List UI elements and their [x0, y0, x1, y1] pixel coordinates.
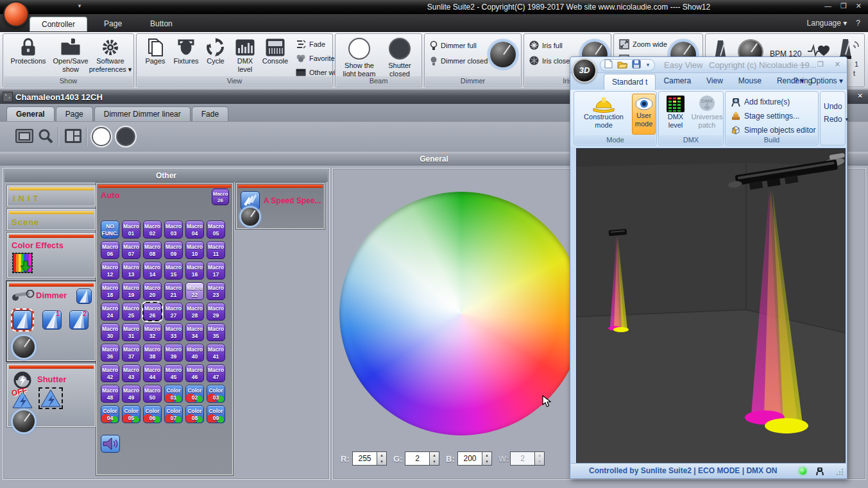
dimmer-preset-2[interactable]: 2: [69, 310, 89, 330]
easy-view-tab[interactable]: Mouse: [731, 73, 769, 90]
color-effect-icon[interactable]: [13, 253, 32, 273]
shutter-on-button[interactable]: [40, 389, 62, 408]
console-button[interactable]: Console: [259, 38, 292, 65]
macro-cell[interactable]: Macro26: [143, 303, 162, 321]
macro-cell[interactable]: Color03: [207, 385, 225, 403]
macro-cell[interactable]: Macro30: [101, 323, 119, 341]
macro-cell[interactable]: Macro44: [143, 364, 162, 382]
dmx-level-button[interactable]: DMX level: [230, 38, 260, 73]
macro-cell[interactable]: Macro50: [143, 385, 162, 403]
software-preferences-button[interactable]: Software preferences ▾: [88, 38, 133, 73]
minimize-button[interactable]: —: [824, 2, 831, 10]
maximize-button[interactable]: ❐: [840, 2, 847, 10]
macro-cell[interactable]: Macro19: [122, 282, 140, 300]
help-button[interactable]: ?: [856, 19, 860, 28]
macro-cell[interactable]: Macro49: [122, 385, 140, 403]
macro-cell[interactable]: NOFUNC.: [101, 221, 119, 239]
window-mode-icon[interactable]: [15, 128, 33, 147]
macro-cell[interactable]: Color08: [185, 405, 204, 423]
search-icon[interactable]: [37, 128, 54, 147]
easy-view-options-menu[interactable]: Options ▾: [810, 76, 843, 85]
macro-cell[interactable]: Macro35: [207, 323, 225, 341]
redo-button[interactable]: Redo ▾: [824, 115, 848, 124]
easy-view-tab[interactable]: Camera: [656, 73, 699, 90]
macro-cell[interactable]: Macro27: [164, 303, 183, 321]
fixture-tab[interactable]: Dimmer Dimmer linear: [94, 106, 191, 121]
macro-cell[interactable]: Macro46: [185, 364, 204, 382]
macro-cell[interactable]: Macro42: [101, 364, 119, 382]
user-mode-button[interactable]: User mode: [632, 94, 656, 135]
ribbon-tab[interactable]: Controller: [30, 17, 87, 31]
iris-full-button[interactable]: Iris full: [529, 40, 563, 50]
macro-cell[interactable]: Macro43: [122, 364, 140, 382]
macro-cell[interactable]: Macro05: [207, 221, 225, 239]
macro-cell[interactable]: Macro33: [164, 323, 183, 341]
dimmer-preset-selected[interactable]: [13, 310, 32, 330]
macro-cell[interactable]: Color05: [122, 405, 140, 423]
macro-cell[interactable]: Macro16: [185, 262, 204, 280]
easy-view-close[interactable]: ✕: [835, 60, 840, 69]
macro-cell[interactable]: Macro04: [185, 221, 204, 239]
macro-cell[interactable]: Macro09: [164, 241, 183, 259]
speed-title[interactable]: A Speed Spee...: [264, 196, 321, 205]
stage-3d-viewport[interactable]: [576, 148, 846, 464]
easy-view-titlebar[interactable]: 3D ▼ Easy View Copyright (c) Nicolaudie …: [570, 57, 847, 73]
macro-cell[interactable]: Macro36: [101, 344, 119, 362]
dimmer-closed-button[interactable]: Dimmer closed: [430, 56, 488, 66]
cycle-button[interactable]: Cycle: [202, 38, 229, 65]
macro-cell[interactable]: Macro47: [207, 364, 225, 382]
simple-objects-editor-button[interactable]: Simple objects editor: [731, 125, 815, 135]
macro-cell[interactable]: Macro03: [164, 221, 183, 239]
beam-open-preset-button[interactable]: [92, 127, 111, 146]
active-macro-badge[interactable]: Macro26: [212, 189, 229, 205]
ev-dmx-level-button[interactable]: DMX level: [661, 95, 690, 129]
save-icon[interactable]: [632, 60, 641, 71]
resize-grip[interactable]: [836, 468, 844, 476]
macro-cell[interactable]: Macro23: [207, 282, 225, 300]
dimmer-corner-beam-icon[interactable]: [76, 289, 92, 304]
ribbon-tab[interactable]: Button: [139, 17, 184, 31]
macro-cell[interactable]: Macro20: [143, 282, 162, 300]
macro-cell[interactable]: Macro25: [122, 303, 140, 321]
macro-cell[interactable]: Macro40: [185, 344, 204, 362]
easy-view-tab[interactable]: Standard t: [604, 74, 656, 90]
fade-button[interactable]: Fade: [296, 39, 325, 49]
macro-cell[interactable]: Macro24: [101, 303, 119, 321]
fixtures-button[interactable]: Fixtures: [170, 38, 202, 65]
red-input[interactable]: 255▲▼: [352, 451, 387, 466]
open-save-show-button[interactable]: Open/Save show: [51, 38, 90, 73]
macro-cell[interactable]: Macro41: [207, 344, 225, 362]
macro-cell[interactable]: Macro17: [207, 262, 225, 280]
macro-cell[interactable]: Color04: [101, 405, 119, 423]
construction-mode-button[interactable]: Construction mode: [577, 95, 631, 129]
easy-view-minimize[interactable]: —: [799, 60, 806, 69]
open-file-icon[interactable]: [617, 60, 627, 71]
macro-cell[interactable]: Macro21: [164, 282, 183, 300]
preset-color-effects[interactable]: Color Effects: [7, 233, 96, 278]
fixture-tab[interactable]: Page: [56, 106, 93, 121]
macro-cell[interactable]: Macro31: [122, 323, 140, 341]
app-logo-icon[interactable]: [3, 1, 29, 27]
shutter-closed-button[interactable]: Shutter closed: [382, 38, 418, 78]
fixture-tab[interactable]: General: [6, 106, 55, 121]
macro-cell[interactable]: Color07: [164, 405, 183, 423]
macro-cell[interactable]: Macro06: [101, 241, 119, 259]
macro-cell[interactable]: Macro13: [122, 262, 140, 280]
dimmer-section-knob[interactable]: [13, 336, 35, 358]
language-menu[interactable]: Language ▾: [807, 19, 847, 28]
show-light-beam-button[interactable]: Show the light beam: [339, 38, 379, 78]
undo-button[interactable]: Undo: [824, 102, 842, 111]
speed-knob[interactable]: [241, 208, 259, 226]
green-input[interactable]: 2▲▼: [405, 451, 439, 466]
shutter-section-knob[interactable]: [13, 410, 35, 432]
add-fixture-button[interactable]: Add fixture(s): [731, 97, 790, 107]
dimmer-full-button[interactable]: Dimmer full: [430, 40, 477, 51]
macro-cell[interactable]: Color06: [143, 405, 162, 423]
macro-cell[interactable]: Macro18: [101, 282, 119, 300]
layout-icon[interactable]: [64, 128, 82, 147]
macro-cell[interactable]: Macro28: [185, 303, 204, 321]
new-file-icon[interactable]: [604, 59, 613, 71]
pages-button[interactable]: Pages: [142, 38, 169, 65]
easy-view-maximize[interactable]: ❐: [817, 60, 824, 69]
macro-cell[interactable]: Macro15: [164, 262, 183, 280]
